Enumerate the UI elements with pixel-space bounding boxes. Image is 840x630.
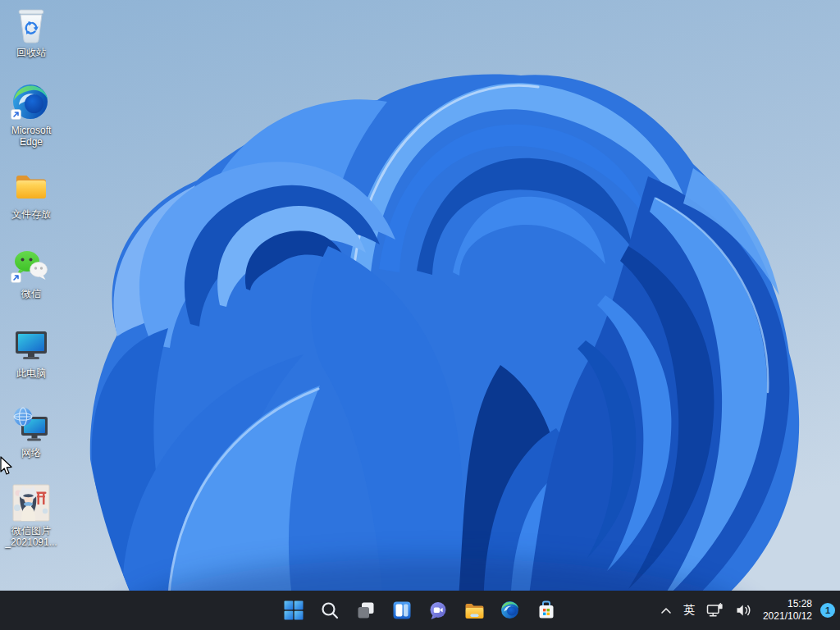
- desktop-icon-recycle-bin[interactable]: 回收站: [2, 5, 61, 58]
- system-tray: 英 15:28 2021/10/12 1: [655, 591, 835, 630]
- icon-label: Microsoft Edge: [11, 125, 52, 148]
- mouse-cursor: [0, 456, 15, 477]
- ime-language-indicator[interactable]: 英: [678, 596, 700, 624]
- clock-time: 15:28: [763, 598, 812, 610]
- icon-label: 微信图片 _2021091...: [5, 525, 57, 548]
- taskbar-center-group: [279, 591, 561, 630]
- speaker-volume-icon: [736, 604, 752, 617]
- taskbar-edge-button[interactable]: [495, 596, 525, 625]
- taskbar-task-view-button[interactable]: [351, 596, 381, 625]
- desktop-icon-this-pc[interactable]: 此电脑: [2, 326, 61, 379]
- network-tray-button[interactable]: [701, 596, 729, 624]
- volume-tray-button[interactable]: [731, 596, 757, 624]
- ethernet-network-icon: [706, 603, 724, 618]
- windows-start-icon: [284, 600, 304, 620]
- recycle-bin-icon: [11, 5, 51, 44]
- taskbar-store-button[interactable]: [532, 596, 561, 625]
- taskbar-start-button[interactable]: [279, 596, 308, 625]
- desktop-icon-wechat-image[interactable]: 微信图片 _2021091...: [2, 483, 61, 548]
- badge-count: 1: [825, 605, 830, 615]
- widgets-icon: [392, 600, 412, 620]
- shortcut-arrow-icon: [11, 108, 21, 123]
- shortcut-arrow-icon: [11, 272, 21, 286]
- microsoft-store-icon: [536, 600, 556, 620]
- task-view-icon: [356, 600, 376, 620]
- icon-label: 网络: [21, 447, 41, 459]
- windows-11-desktop: { "desktop": { "icons": [ {"name": "recy…: [0, 0, 840, 630]
- desktop-icon-microsoft-edge[interactable]: Microsoft Edge: [2, 83, 61, 148]
- wechat-icon: [11, 246, 51, 285]
- show-hidden-icons-button[interactable]: [655, 596, 677, 624]
- clock-date: 2021/10/12: [763, 610, 812, 623]
- taskbar-chat-button[interactable]: [423, 596, 453, 625]
- taskbar-clock[interactable]: 15:28 2021/10/12: [759, 598, 816, 623]
- taskbar: 英 15:28 2021/10/12 1: [0, 591, 840, 630]
- chevron-up-icon: [660, 606, 672, 614]
- icon-label: 微信: [21, 288, 41, 299]
- edge-icon: [500, 600, 520, 620]
- edge-icon: [11, 83, 51, 122]
- folder-icon: [11, 167, 51, 206]
- taskbar-search-button[interactable]: [315, 596, 345, 625]
- image-thumbnail-icon: [11, 483, 51, 523]
- desktop-icon-folder-files[interactable]: 文件存放: [2, 167, 61, 220]
- file-explorer-icon: [464, 600, 485, 620]
- icon-label: 文件存放: [11, 208, 51, 220]
- taskbar-file-explorer-button[interactable]: [459, 596, 489, 625]
- desktop-icon-network[interactable]: 网络: [2, 405, 61, 459]
- desktop-icon-wechat[interactable]: 微信: [2, 246, 61, 299]
- taskbar-widgets-button[interactable]: [387, 596, 417, 625]
- this-pc-icon: [11, 326, 51, 365]
- network-icon: [11, 405, 51, 445]
- notification-count-badge[interactable]: 1: [820, 603, 835, 618]
- search-icon: [320, 600, 340, 620]
- chat-icon: [428, 600, 448, 620]
- icon-label: 回收站: [16, 47, 46, 58]
- ime-label: 英: [683, 603, 695, 618]
- icon-label: 此电脑: [16, 368, 46, 379]
- wallpaper-bloom: [0, 0, 840, 630]
